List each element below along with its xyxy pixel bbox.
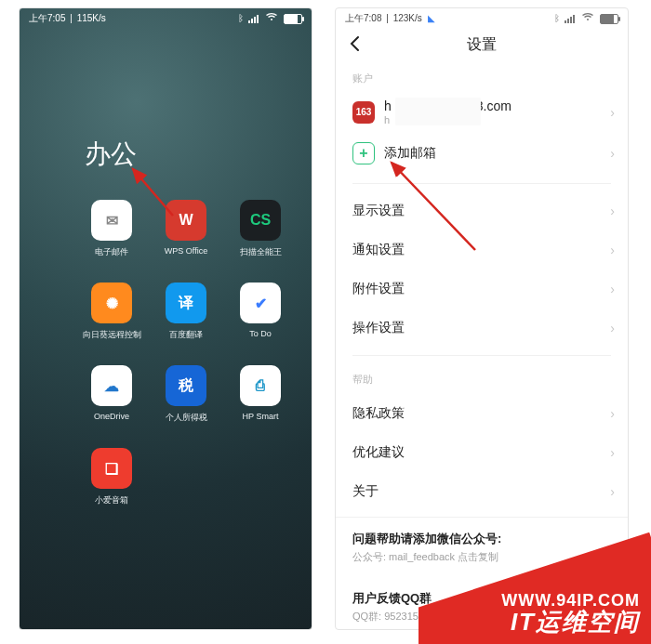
section-help: 帮助 bbox=[336, 363, 628, 394]
app-个人所得税[interactable]: 税个人所得税 bbox=[159, 365, 213, 424]
app-label: 小爱音箱 bbox=[95, 494, 128, 506]
folder-title: 办公 bbox=[20, 27, 312, 200]
back-button[interactable] bbox=[347, 35, 364, 57]
bluetooth-icon: ᛒ bbox=[238, 13, 244, 23]
signal-icon bbox=[248, 14, 259, 25]
chevron-right-icon: › bbox=[610, 105, 615, 120]
status-net: 115K/s bbox=[77, 13, 106, 23]
status-bar: 上午7:05 | 115K/s ᛒ bbox=[20, 8, 312, 27]
chevron-right-icon: › bbox=[610, 406, 615, 421]
chevron-right-icon: › bbox=[610, 243, 615, 257]
status-icons: ᛒ bbox=[551, 12, 618, 24]
app-HP Smart[interactable]: ⎙HP Smart bbox=[233, 365, 287, 424]
page-title: 设置 bbox=[467, 35, 497, 55]
section-account: 账户 bbox=[336, 62, 628, 93]
settings-row-通知设置[interactable]: 通知设置› bbox=[336, 230, 628, 269]
app-label: HP Smart bbox=[243, 412, 279, 421]
settings-row-附件设置[interactable]: 附件设置› bbox=[336, 269, 628, 309]
chevron-right-icon: › bbox=[610, 146, 615, 161]
row-label: 通知设置 bbox=[352, 242, 405, 258]
row-label: 优化建议 bbox=[352, 444, 405, 461]
mail-account-row[interactable]: 163 hxxxxxxxxxxxxx3.com hplaceholder… › bbox=[336, 93, 628, 131]
chevron-right-icon: › bbox=[610, 484, 615, 499]
app-icon: ✔ bbox=[240, 283, 281, 323]
status-net: 123K/s bbox=[393, 13, 422, 23]
location-icon: ◣ bbox=[428, 13, 435, 23]
wifi-icon bbox=[265, 13, 281, 23]
app-OneDrive[interactable]: ☁OneDrive bbox=[85, 365, 139, 424]
app-label: 向日葵远程控制 bbox=[83, 329, 141, 341]
settings-row-显示设置[interactable]: 显示设置› bbox=[336, 191, 628, 230]
divider bbox=[352, 183, 611, 184]
app-百度翻译[interactable]: 译百度翻译 bbox=[159, 283, 213, 341]
settings-row-操作设置[interactable]: 操作设置› bbox=[336, 309, 628, 348]
account-email-end: 3.com bbox=[476, 99, 512, 113]
app-label: 个人所得税 bbox=[166, 412, 207, 424]
home-screen: 上午7:05 | 115K/s ᛒ 办公 ✉电子邮件WWPS OfficeCS扫… bbox=[19, 7, 312, 630]
app-label: 扫描全能王 bbox=[240, 246, 282, 258]
status-time: 上午7:08 bbox=[345, 13, 381, 23]
app-To Do[interactable]: ✔To Do bbox=[233, 283, 287, 341]
settings-row-隐私政策[interactable]: 隐私政策› bbox=[336, 394, 628, 433]
title-bar: 设置 bbox=[336, 27, 628, 62]
wifi-icon bbox=[581, 13, 597, 23]
signal-icon bbox=[565, 14, 576, 25]
battery-icon bbox=[600, 14, 618, 24]
app-icon: ❏ bbox=[91, 448, 132, 489]
bluetooth-icon: ᛒ bbox=[554, 13, 560, 23]
row-label: 显示设置 bbox=[352, 203, 405, 219]
app-icon: 税 bbox=[166, 365, 206, 406]
account-sub-start: h bbox=[384, 114, 390, 125]
app-label: To Do bbox=[249, 329, 272, 338]
app-icon: W bbox=[166, 200, 206, 241]
settings-row-关于[interactable]: 关于› bbox=[336, 472, 628, 511]
app-label: 电子邮件 bbox=[95, 246, 128, 258]
chevron-right-icon: › bbox=[610, 204, 615, 218]
app-WPS Office[interactable]: WWPS Office bbox=[159, 200, 213, 258]
divider bbox=[352, 355, 611, 356]
app-label: OneDrive bbox=[94, 412, 129, 421]
watermark: WWW.94IP.COM IT运维空间 bbox=[418, 532, 651, 644]
app-扫描全能王[interactable]: CS扫描全能王 bbox=[233, 200, 287, 258]
app-icon: 译 bbox=[166, 283, 206, 323]
row-label: 隐私政策 bbox=[352, 405, 405, 422]
add-mailbox-row[interactable]: + 添加邮箱 › bbox=[336, 131, 628, 176]
status-bar: 上午7:08 | 123K/s ◣ ᛒ bbox=[336, 8, 628, 27]
app-label: WPS Office bbox=[165, 246, 207, 256]
settings-row-优化建议[interactable]: 优化建议› bbox=[336, 433, 628, 472]
app-label: 百度翻译 bbox=[169, 329, 203, 341]
app-icon: ⎙ bbox=[240, 365, 281, 406]
plus-icon: + bbox=[352, 142, 375, 164]
app-icon: ✺ bbox=[91, 283, 132, 323]
chevron-right-icon: › bbox=[610, 445, 615, 460]
add-mailbox-label: 添加邮箱 bbox=[384, 145, 436, 162]
app-grid: ✉电子邮件WWPS OfficeCS扫描全能王✺向日葵远程控制译百度翻译✔To … bbox=[20, 200, 312, 506]
row-label: 附件设置 bbox=[352, 281, 405, 297]
app-icon: ☁ bbox=[91, 365, 132, 406]
app-向日葵远程控制[interactable]: ✺向日葵远程控制 bbox=[85, 283, 139, 341]
status-time: 上午7:05 bbox=[29, 13, 65, 23]
app-电子邮件[interactable]: ✉电子邮件 bbox=[85, 200, 139, 258]
watermark-line2: IT运维空间 bbox=[511, 606, 640, 638]
row-label: 操作设置 bbox=[352, 320, 405, 336]
status-icons: ᛒ bbox=[235, 12, 302, 24]
app-icon: ✉ bbox=[91, 200, 132, 241]
chevron-right-icon: › bbox=[610, 282, 615, 296]
chevron-right-icon: › bbox=[610, 321, 615, 335]
app-小爱音箱[interactable]: ❏小爱音箱 bbox=[85, 448, 139, 506]
app-icon: CS bbox=[240, 200, 281, 241]
row-label: 关于 bbox=[352, 483, 379, 500]
battery-icon bbox=[284, 14, 302, 24]
mail-163-icon: 163 bbox=[352, 101, 375, 124]
account-email-start: h bbox=[384, 99, 392, 113]
